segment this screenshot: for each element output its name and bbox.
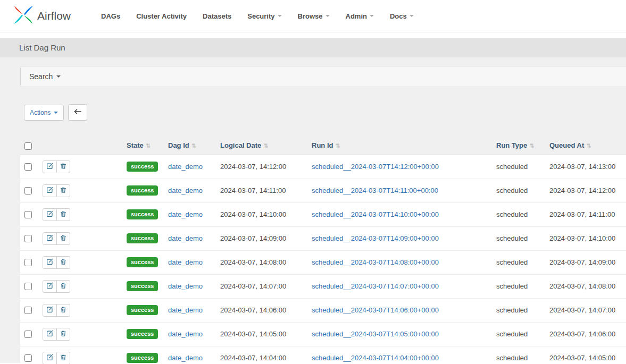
- edit-button[interactable]: [43, 232, 57, 245]
- nav-item-browse[interactable]: Browse: [290, 7, 338, 26]
- edit-button[interactable]: [43, 304, 57, 317]
- run-id-link[interactable]: scheduled__2024-03-07T14:12:00+00:00: [312, 163, 439, 171]
- edit-button[interactable]: [43, 328, 57, 341]
- dag-id-link[interactable]: date_demo: [168, 258, 203, 266]
- dag-id-link[interactable]: date_demo: [168, 354, 203, 362]
- table-row: success date_demo 2024-03-07, 14:09:00 s…: [20, 226, 626, 250]
- run-id-link[interactable]: scheduled__2024-03-07T14:11:00+00:00: [312, 187, 438, 194]
- row-checkbox[interactable]: [24, 163, 32, 171]
- main-nav: DAGs Cluster Activity Datasets Security …: [93, 7, 422, 26]
- run-id-link[interactable]: scheduled__2024-03-07T14:09:00+00:00: [312, 234, 439, 242]
- run-type: scheduled: [496, 187, 528, 194]
- delete-button[interactable]: [57, 328, 70, 341]
- column-header-logical-date[interactable]: Logical Date: [220, 141, 269, 149]
- back-button[interactable]: [68, 104, 87, 121]
- column-header-dag-id[interactable]: Dag Id: [168, 141, 196, 149]
- column-header-queued-at[interactable]: Queued At: [549, 141, 591, 149]
- run-id-link[interactable]: scheduled__2024-03-07T14:08:00+00:00: [312, 258, 439, 266]
- search-panel[interactable]: Search: [20, 66, 626, 87]
- trash-icon: [60, 210, 66, 219]
- delete-button[interactable]: [57, 184, 70, 197]
- queued-at: 2024-03-07, 14:11:00: [549, 210, 615, 218]
- chevron-down-icon: [56, 75, 61, 78]
- edit-button[interactable]: [43, 160, 57, 173]
- run-type: scheduled: [496, 234, 528, 242]
- row-checkbox[interactable]: [24, 307, 32, 314]
- row-actions: [43, 232, 70, 245]
- trash-icon: [60, 354, 66, 362]
- dag-id-link[interactable]: date_demo: [168, 234, 203, 242]
- run-type: scheduled: [496, 354, 528, 362]
- nav-item-cluster-activity[interactable]: Cluster Activity: [128, 7, 195, 26]
- row-checkbox[interactable]: [24, 354, 32, 362]
- edit-button[interactable]: [43, 256, 57, 269]
- column-header-run-type[interactable]: Run Type: [496, 141, 534, 149]
- airflow-brand[interactable]: Airflow: [13, 4, 71, 28]
- nav-item-security[interactable]: Security: [239, 7, 289, 26]
- nav-item-admin[interactable]: Admin: [338, 7, 382, 26]
- column-header-run-id[interactable]: Run Id: [312, 141, 340, 149]
- delete-button[interactable]: [57, 304, 70, 317]
- state-badge: success: [127, 162, 158, 172]
- sort-icon: [263, 141, 268, 149]
- spacer: [0, 32, 626, 38]
- row-checkbox[interactable]: [24, 211, 32, 218]
- dag-id-link[interactable]: date_demo: [168, 282, 203, 290]
- arrow-left-icon: [73, 108, 82, 117]
- edit-icon: [46, 234, 53, 243]
- dag-id-link[interactable]: date_demo: [168, 330, 203, 338]
- row-checkbox[interactable]: [24, 283, 32, 290]
- dag-id-link[interactable]: date_demo: [168, 187, 203, 194]
- dag-id-link[interactable]: date_demo: [168, 306, 203, 314]
- edit-button[interactable]: [43, 352, 57, 364]
- delete-button[interactable]: [57, 352, 70, 364]
- edit-button[interactable]: [43, 184, 57, 197]
- queued-at: 2024-03-07, 14:10:00: [549, 234, 615, 242]
- airflow-logo-icon: [13, 4, 34, 28]
- edit-button[interactable]: [43, 208, 57, 221]
- run-id-link[interactable]: scheduled__2024-03-07T14:06:00+00:00: [312, 306, 439, 314]
- dag-id-link[interactable]: date_demo: [168, 210, 203, 218]
- run-type: scheduled: [496, 210, 528, 218]
- queued-at: 2024-03-07, 14:08:00: [549, 282, 615, 290]
- trash-icon: [60, 330, 66, 338]
- row-checkbox[interactable]: [24, 259, 32, 266]
- logical-date: 2024-03-07, 14:10:00: [220, 210, 286, 218]
- run-id-link[interactable]: scheduled__2024-03-07T14:04:00+00:00: [312, 354, 439, 362]
- state-badge: success: [127, 353, 158, 363]
- trash-icon: [60, 163, 66, 171]
- row-checkbox[interactable]: [24, 235, 32, 242]
- sort-icon: [586, 141, 591, 149]
- queued-at: 2024-03-07, 14:09:00: [549, 258, 615, 266]
- edit-icon: [46, 306, 53, 315]
- state-badge: success: [127, 281, 158, 291]
- column-header-state[interactable]: State: [127, 141, 151, 149]
- row-checkbox[interactable]: [24, 187, 32, 194]
- edit-button[interactable]: [43, 280, 57, 293]
- logical-date: 2024-03-07, 14:04:00: [220, 354, 286, 362]
- delete-button[interactable]: [57, 208, 70, 221]
- run-id-link[interactable]: scheduled__2024-03-07T14:10:00+00:00: [312, 210, 439, 218]
- edit-icon: [46, 330, 53, 338]
- logical-date: 2024-03-07, 14:06:00: [220, 306, 286, 314]
- nav-item-docs[interactable]: Docs: [382, 7, 422, 26]
- nav-item-dags[interactable]: DAGs: [93, 7, 128, 26]
- state-badge: success: [127, 305, 158, 315]
- queued-at: 2024-03-07, 14:13:00: [549, 163, 615, 171]
- actions-button[interactable]: Actions: [24, 105, 64, 121]
- delete-button[interactable]: [57, 256, 70, 269]
- dag-id-link[interactable]: date_demo: [168, 163, 203, 171]
- nav-item-datasets[interactable]: Datasets: [195, 7, 239, 26]
- row-checkbox[interactable]: [24, 331, 32, 338]
- state-badge: success: [127, 209, 158, 219]
- select-all-checkbox[interactable]: [24, 142, 32, 150]
- delete-button[interactable]: [57, 232, 70, 245]
- logical-date: 2024-03-07, 14:12:00: [220, 163, 286, 171]
- table-row: success date_demo 2024-03-07, 14:07:00 s…: [20, 274, 626, 298]
- delete-button[interactable]: [57, 160, 70, 173]
- run-id-link[interactable]: scheduled__2024-03-07T14:05:00+00:00: [312, 330, 439, 338]
- chevron-down-icon: [54, 112, 58, 114]
- delete-button[interactable]: [57, 280, 70, 293]
- run-id-link[interactable]: scheduled__2024-03-07T14:07:00+00:00: [312, 282, 439, 290]
- table-header-row: State Dag Id Logical Date Run Id Run Typ…: [20, 137, 626, 155]
